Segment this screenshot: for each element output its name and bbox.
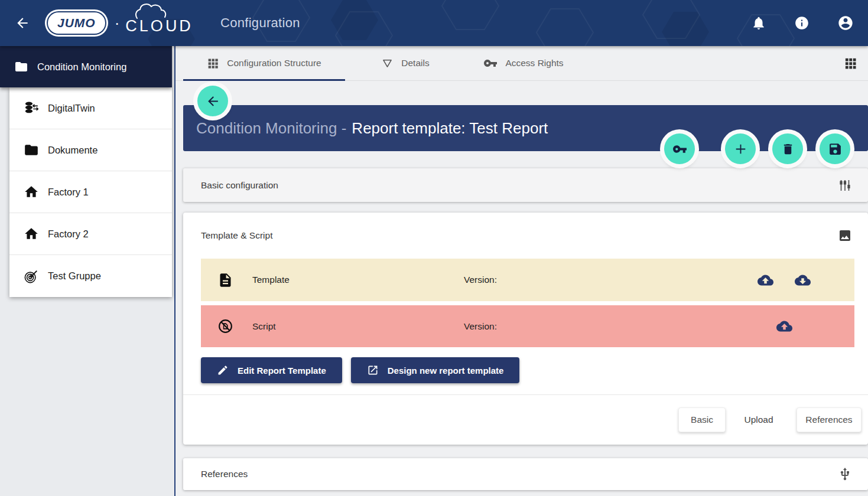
brand-logo: JUMO · CLOUD [48, 11, 193, 35]
sidebar-root-label: Condition Monitoring [37, 61, 126, 73]
sidebar-item-label: Dokumente [48, 145, 97, 156]
cloud-logo: CLOUD [125, 11, 193, 35]
selection-banner: Condition Monitoring - Report template: … [183, 105, 868, 151]
plus-icon [733, 142, 748, 156]
version-label: Version: [464, 275, 497, 285]
page-title: Configuration [220, 15, 300, 31]
sidebar-item-label: Factory 1 [48, 187, 89, 198]
cloud-logo-text: CLOUD [125, 17, 193, 35]
template-script-card: Template & Script Template Version: Scri… [183, 213, 868, 445]
jumo-logo: JUMO [48, 12, 105, 34]
cloud-download-icon[interactable] [795, 272, 811, 288]
sidebar-children-card: DigitalTwin Dokumente Factory 1 Factory … [9, 87, 172, 297]
cloud-upload-icon[interactable] [776, 318, 792, 334]
sidebar: Condition Monitoring DigitalTwin Dokumen… [0, 46, 175, 496]
basic-configuration-panel[interactable]: Basic configuration [183, 168, 868, 202]
card-footer-actions: Basic Upload References [183, 395, 868, 445]
database-sync-icon [24, 100, 39, 116]
sidebar-item-factory-2[interactable]: Factory 2 [9, 213, 172, 255]
save-fab-button[interactable] [820, 133, 850, 164]
grid-icon [207, 57, 219, 70]
sidebar-item-condition-monitoring[interactable]: Condition Monitoring [0, 46, 172, 87]
tab-details[interactable]: Details [345, 46, 466, 80]
sidebar-item-label: Factory 2 [48, 229, 89, 240]
trash-icon [781, 142, 795, 156]
tab-access-rights[interactable]: Access Rights [466, 46, 581, 80]
panel-title: Basic configuration [201, 180, 278, 191]
arrow-left-icon [206, 94, 220, 109]
target-icon [24, 269, 39, 284]
references-panel[interactable]: References [183, 458, 868, 490]
account-icon[interactable] [837, 15, 854, 31]
cloud-upload-icon[interactable] [758, 272, 773, 288]
row-label: Template [252, 275, 290, 285]
home-icon [24, 226, 39, 242]
panel-title: References [201, 469, 248, 479]
app-window: JUMO · CLOUD Configuration Condition Mon… [0, 0, 868, 496]
access-key-fab-button[interactable] [664, 133, 695, 164]
template-script-header: Template & Script [183, 213, 868, 259]
sidebar-item-label: Test Gruppe [48, 270, 101, 282]
references-button[interactable]: References [797, 407, 862, 432]
back-fab-button[interactable] [197, 86, 228, 116]
document-icon [217, 272, 233, 288]
notifications-bell-icon[interactable] [751, 15, 766, 31]
filter-icon [381, 57, 394, 70]
key-icon [672, 142, 687, 156]
info-icon[interactable] [794, 15, 810, 31]
pencil-icon [217, 364, 229, 376]
version-label: Version: [464, 321, 497, 332]
template-actions: Edit Report Template Design new report t… [183, 351, 868, 394]
open-in-new-icon [367, 364, 379, 376]
button-label: Edit Report Template [238, 366, 326, 376]
button-label: Design new report template [388, 366, 504, 376]
save-icon [828, 142, 843, 156]
template-row: Template Version: [201, 259, 854, 301]
cloud-outline-icon [134, 2, 188, 19]
folder-icon [14, 60, 28, 74]
key-icon [483, 56, 498, 70]
sidebar-item-test-gruppe[interactable]: Test Gruppe [9, 255, 172, 297]
sidebar-item-digitaltwin[interactable]: DigitalTwin [9, 87, 172, 129]
delete-fab-button[interactable] [772, 133, 803, 164]
apps-grid-icon[interactable] [844, 57, 857, 70]
tab-label: Configuration Structure [227, 58, 321, 68]
section-title: Template & Script [201, 230, 272, 241]
no-document-icon [217, 318, 233, 334]
tab-configuration-structure[interactable]: Configuration Structure [183, 46, 345, 80]
usb-icon [838, 467, 852, 481]
upload-button[interactable]: Upload [735, 415, 782, 425]
row-label: Script [252, 321, 276, 332]
home-icon [24, 184, 39, 200]
basic-button[interactable]: Basic [678, 407, 726, 432]
topbar-actions [751, 15, 868, 31]
brand-separator: · [115, 14, 120, 32]
tune-sliders-icon [838, 178, 852, 192]
top-app-bar: JUMO · CLOUD Configuration [0, 0, 868, 46]
design-new-report-template-button[interactable]: Design new report template [351, 357, 520, 383]
tab-label: Details [401, 58, 429, 68]
folder-icon [24, 142, 39, 158]
script-row: Script Version: [201, 305, 854, 347]
main-content: Configuration Structure Details Access R… [175, 46, 868, 496]
edit-report-template-button[interactable]: Edit Report Template [201, 357, 342, 383]
add-fab-button[interactable] [725, 133, 756, 164]
sidebar-item-dokumente[interactable]: Dokumente [9, 129, 172, 171]
image-icon [838, 229, 852, 243]
banner-text: Condition Monitoring - Report template: … [196, 119, 548, 138]
sidebar-item-factory-1[interactable]: Factory 1 [9, 171, 172, 213]
tab-bar: Configuration Structure Details Access R… [175, 46, 868, 81]
sidebar-item-label: DigitalTwin [48, 103, 95, 114]
banner-breadcrumb: Condition Monitoring - [196, 119, 346, 138]
tab-label: Access Rights [505, 58, 563, 68]
back-arrow-icon[interactable] [15, 15, 30, 31]
banner-title: Report template: Test Report [352, 119, 548, 138]
